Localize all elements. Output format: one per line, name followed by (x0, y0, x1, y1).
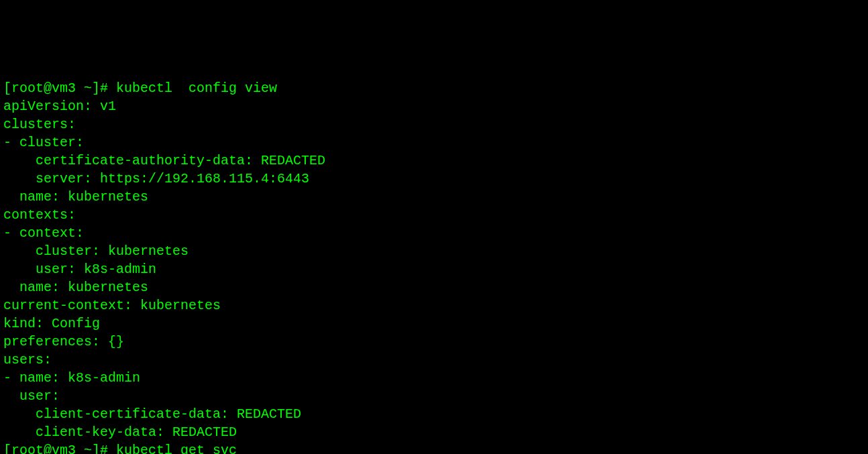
prompt-line-2: [root@vm3 ~]# kubectl get svc (3, 441, 865, 454)
config-view-output: apiVersion: v1 clusters: - cluster: cert… (3, 97, 865, 441)
command-text: kubectl config view (116, 80, 277, 96)
terminal-output[interactable]: [root@vm3 ~]# kubectl config viewapiVers… (3, 79, 865, 454)
shell-prompt: [root@vm3 ~]# (3, 443, 116, 454)
command-text: kubectl get svc (116, 443, 237, 454)
shell-prompt: [root@vm3 ~]# (3, 80, 116, 96)
prompt-line-1: [root@vm3 ~]# kubectl config view (3, 79, 865, 97)
